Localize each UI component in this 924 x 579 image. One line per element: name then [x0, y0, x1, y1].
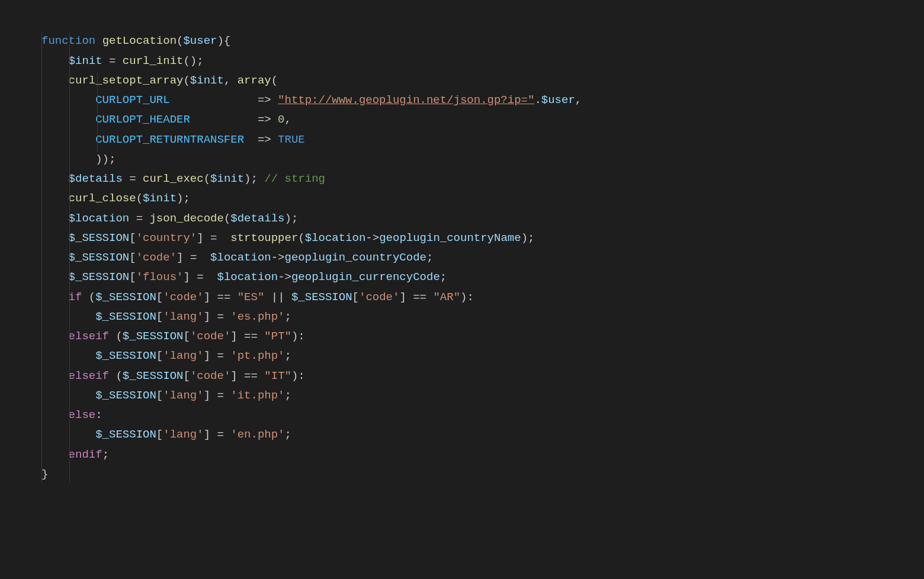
- keyword-endif: endif: [69, 448, 102, 461]
- keyword-true: TRUE: [278, 133, 305, 146]
- string-url: "http://www.geoplugin.net/json.gp?ip=": [278, 94, 534, 107]
- var-session-ref5: $_SESSION: [291, 291, 352, 304]
- const-curlopt-returntransfer: CURLOPT_RETURNTRANSFER: [95, 133, 244, 146]
- indent-guide-2: [69, 33, 70, 482]
- var-location: $location: [69, 212, 130, 225]
- var-session-ref4: $_SESSION: [95, 291, 156, 304]
- var-init: $init: [69, 54, 102, 67]
- var-session-ref3: $_SESSION: [69, 271, 130, 284]
- fn-curl-init: curl_init: [123, 54, 184, 67]
- key-code-ref4: 'code': [190, 369, 230, 382]
- prop-country-code: geoplugin_countryCode: [285, 251, 426, 264]
- prop-country-name: geoplugin_countryName: [379, 231, 521, 245]
- keyword-elseif: elseif: [69, 330, 109, 343]
- var-session-ref9: $_SESSION: [123, 369, 184, 382]
- fn-strtoupper: strtoupper: [230, 231, 298, 245]
- str-it: "IT": [264, 369, 291, 382]
- str-pt: "PT": [264, 330, 291, 343]
- var-session-ref2: $_SESSION: [69, 251, 130, 264]
- key-code-ref3: 'code': [190, 330, 230, 343]
- var-location-ref2: $location: [210, 251, 271, 264]
- fn-json-decode: json_decode: [149, 212, 223, 225]
- var-session-ref10: $_SESSION: [95, 389, 156, 402]
- str-it-php: 'it.php': [230, 389, 284, 402]
- var-location-ref1: $location: [305, 231, 366, 245]
- key-code: 'code': [136, 251, 177, 264]
- fn-curl-exec: curl_exec: [143, 172, 204, 185]
- number-zero: 0: [278, 113, 284, 126]
- const-curlopt-header: CURLOPT_HEADER: [95, 113, 190, 126]
- key-code-ref1: 'code': [163, 291, 203, 304]
- function-name: getLocation: [102, 34, 177, 47]
- fn-curl-setopt-array: curl_setopt_array: [69, 74, 184, 87]
- var-details: $details: [69, 172, 123, 185]
- str-ar: "AR": [433, 291, 460, 304]
- key-code-ref2: 'code': [359, 291, 399, 304]
- str-pt-php: 'pt.php': [230, 349, 284, 362]
- fn-array: array: [238, 74, 271, 87]
- str-en-php: 'en.php': [230, 428, 284, 441]
- key-lang: 'lang': [163, 310, 203, 323]
- indent-guide-1: [41, 33, 42, 482]
- str-es: "ES": [238, 291, 265, 304]
- var-details-ref: $details: [230, 212, 284, 225]
- code-editor[interactable]: function getLocation($user){ $init = cur…: [0, 0, 924, 555]
- key-country: 'country': [136, 231, 197, 245]
- prop-currency-code: geoplugin_currencyCode: [291, 271, 440, 284]
- key-lang-ref2: 'lang': [163, 349, 203, 362]
- indent-guide-3: [97, 72, 98, 152]
- keyword-function: function: [41, 34, 95, 47]
- str-es-php: 'es.php': [230, 310, 284, 323]
- keyword-else: else: [69, 408, 96, 422]
- param-user: $user: [183, 34, 217, 47]
- var-session: $_SESSION: [69, 231, 130, 245]
- key-lang-ref3: 'lang': [163, 389, 203, 402]
- comment-string: // string: [264, 172, 325, 185]
- key-lang-ref4: 'lang': [163, 428, 203, 441]
- var-session-ref7: $_SESSION: [123, 330, 184, 343]
- const-curlopt-url: CURLOPT_URL: [95, 94, 169, 107]
- key-flous: 'flous': [136, 271, 184, 284]
- var-location-ref3: $location: [217, 271, 278, 284]
- var-session-ref11: $_SESSION: [95, 428, 156, 441]
- var-init-ref3: $init: [143, 192, 177, 205]
- var-init-ref: $init: [190, 74, 224, 87]
- var-session-ref6: $_SESSION: [95, 310, 156, 323]
- var-session-ref8: $_SESSION: [95, 349, 156, 362]
- keyword-if: if: [69, 291, 82, 304]
- var-init-ref2: $init: [210, 172, 244, 185]
- var-user-concat: $user: [541, 94, 575, 107]
- fn-curl-close: curl_close: [69, 192, 136, 205]
- keyword-elseif-2: elseif: [69, 369, 109, 382]
